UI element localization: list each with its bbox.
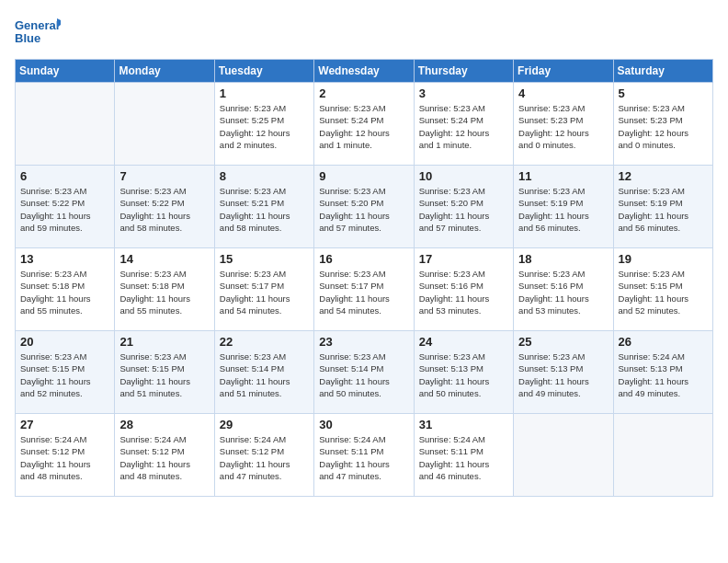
day-info: Sunrise: 5:24 AM Sunset: 5:12 PM Dayligh… xyxy=(20,433,109,482)
day-info: Sunrise: 5:24 AM Sunset: 5:12 PM Dayligh… xyxy=(220,433,309,482)
header-sunday: Sunday xyxy=(16,60,115,83)
header-thursday: Thursday xyxy=(414,60,513,83)
day-number: 15 xyxy=(220,252,309,266)
day-number: 4 xyxy=(518,86,608,100)
calendar-cell: 31Sunrise: 5:24 AM Sunset: 5:11 PM Dayli… xyxy=(414,414,513,497)
calendar-cell: 8Sunrise: 5:23 AM Sunset: 5:21 PM Daylig… xyxy=(214,166,313,248)
calendar-cell: 12Sunrise: 5:23 AM Sunset: 5:19 PM Dayli… xyxy=(613,166,712,248)
calendar-cell: 17Sunrise: 5:23 AM Sunset: 5:16 PM Dayli… xyxy=(414,248,513,331)
day-number: 28 xyxy=(119,418,209,431)
day-info: Sunrise: 5:23 AM Sunset: 5:18 PM Dayligh… xyxy=(20,268,109,316)
day-info: Sunrise: 5:23 AM Sunset: 5:25 PM Dayligh… xyxy=(220,102,309,151)
day-number: 1 xyxy=(220,86,309,100)
page-header: General Blue xyxy=(15,15,713,48)
calendar-cell: 27Sunrise: 5:24 AM Sunset: 5:12 PM Dayli… xyxy=(16,414,115,497)
calendar-week-2: 6Sunrise: 5:23 AM Sunset: 5:22 PM Daylig… xyxy=(16,166,713,248)
day-info: Sunrise: 5:23 AM Sunset: 5:16 PM Dayligh… xyxy=(518,268,608,316)
day-info: Sunrise: 5:23 AM Sunset: 5:19 PM Dayligh… xyxy=(619,185,708,234)
day-info: Sunrise: 5:23 AM Sunset: 5:17 PM Dayligh… xyxy=(220,268,309,316)
calendar-cell: 18Sunrise: 5:23 AM Sunset: 5:16 PM Dayli… xyxy=(514,248,613,331)
calendar-cell xyxy=(115,83,214,166)
calendar-table: SundayMondayTuesdayWednesdayThursdayFrid… xyxy=(15,59,713,497)
calendar-cell: 7Sunrise: 5:23 AM Sunset: 5:22 PM Daylig… xyxy=(115,166,214,248)
calendar-cell: 11Sunrise: 5:23 AM Sunset: 5:19 PM Dayli… xyxy=(514,166,613,248)
day-number: 5 xyxy=(619,86,708,100)
calendar-cell: 26Sunrise: 5:24 AM Sunset: 5:13 PM Dayli… xyxy=(613,331,712,414)
day-info: Sunrise: 5:24 AM Sunset: 5:11 PM Dayligh… xyxy=(319,433,408,482)
day-number: 23 xyxy=(319,335,408,349)
calendar-cell: 14Sunrise: 5:23 AM Sunset: 5:18 PM Dayli… xyxy=(115,248,214,331)
day-info: Sunrise: 5:23 AM Sunset: 5:23 PM Dayligh… xyxy=(518,102,608,151)
calendar-cell: 23Sunrise: 5:23 AM Sunset: 5:14 PM Dayli… xyxy=(314,331,414,414)
day-number: 10 xyxy=(419,169,508,183)
day-info: Sunrise: 5:23 AM Sunset: 5:14 PM Dayligh… xyxy=(319,350,408,399)
calendar-week-3: 13Sunrise: 5:23 AM Sunset: 5:18 PM Dayli… xyxy=(16,248,713,331)
day-number: 27 xyxy=(20,418,109,431)
calendar-cell: 4Sunrise: 5:23 AM Sunset: 5:23 PM Daylig… xyxy=(514,83,613,166)
calendar-cell: 5Sunrise: 5:23 AM Sunset: 5:23 PM Daylig… xyxy=(613,83,712,166)
day-number: 7 xyxy=(119,169,209,183)
day-info: Sunrise: 5:24 AM Sunset: 5:11 PM Dayligh… xyxy=(419,433,508,482)
calendar-cell: 21Sunrise: 5:23 AM Sunset: 5:15 PM Dayli… xyxy=(115,331,214,414)
svg-marker-2 xyxy=(57,18,61,28)
calendar-cell: 10Sunrise: 5:23 AM Sunset: 5:20 PM Dayli… xyxy=(414,166,513,248)
day-info: Sunrise: 5:23 AM Sunset: 5:15 PM Dayligh… xyxy=(619,268,708,316)
calendar-cell: 13Sunrise: 5:23 AM Sunset: 5:18 PM Dayli… xyxy=(16,248,115,331)
day-info: Sunrise: 5:23 AM Sunset: 5:24 PM Dayligh… xyxy=(419,102,508,151)
calendar-cell xyxy=(16,83,115,166)
logo-svg: General Blue xyxy=(15,15,61,48)
calendar-week-4: 20Sunrise: 5:23 AM Sunset: 5:15 PM Dayli… xyxy=(16,331,713,414)
day-number: 6 xyxy=(20,169,109,183)
calendar-cell: 16Sunrise: 5:23 AM Sunset: 5:17 PM Dayli… xyxy=(314,248,414,331)
day-number: 31 xyxy=(419,418,508,431)
day-info: Sunrise: 5:23 AM Sunset: 5:15 PM Dayligh… xyxy=(119,350,209,399)
calendar-cell: 30Sunrise: 5:24 AM Sunset: 5:11 PM Dayli… xyxy=(314,414,414,497)
calendar-week-1: 1Sunrise: 5:23 AM Sunset: 5:25 PM Daylig… xyxy=(16,83,713,166)
header-wednesday: Wednesday xyxy=(314,60,414,83)
calendar-cell: 19Sunrise: 5:23 AM Sunset: 5:15 PM Dayli… xyxy=(613,248,712,331)
header-friday: Friday xyxy=(514,60,613,83)
day-number: 25 xyxy=(518,335,608,349)
calendar-cell: 6Sunrise: 5:23 AM Sunset: 5:22 PM Daylig… xyxy=(16,166,115,248)
day-number: 16 xyxy=(319,252,408,266)
day-info: Sunrise: 5:24 AM Sunset: 5:12 PM Dayligh… xyxy=(119,433,209,482)
day-info: Sunrise: 5:23 AM Sunset: 5:22 PM Dayligh… xyxy=(119,185,209,234)
calendar-header-row: SundayMondayTuesdayWednesdayThursdayFrid… xyxy=(16,60,713,83)
day-number: 8 xyxy=(220,169,309,183)
day-number: 9 xyxy=(319,169,408,183)
day-info: Sunrise: 5:23 AM Sunset: 5:19 PM Dayligh… xyxy=(518,185,608,234)
day-info: Sunrise: 5:23 AM Sunset: 5:17 PM Dayligh… xyxy=(319,268,408,316)
day-info: Sunrise: 5:23 AM Sunset: 5:15 PM Dayligh… xyxy=(20,350,109,399)
header-tuesday: Tuesday xyxy=(214,60,313,83)
day-info: Sunrise: 5:23 AM Sunset: 5:21 PM Dayligh… xyxy=(220,185,309,234)
day-number: 3 xyxy=(419,86,508,100)
day-number: 19 xyxy=(619,252,708,266)
day-info: Sunrise: 5:23 AM Sunset: 5:13 PM Dayligh… xyxy=(518,350,608,399)
day-number: 20 xyxy=(20,335,109,349)
day-info: Sunrise: 5:23 AM Sunset: 5:13 PM Dayligh… xyxy=(419,350,508,399)
calendar-cell: 24Sunrise: 5:23 AM Sunset: 5:13 PM Dayli… xyxy=(414,331,513,414)
day-number: 29 xyxy=(220,418,309,431)
day-info: Sunrise: 5:23 AM Sunset: 5:20 PM Dayligh… xyxy=(419,185,508,234)
calendar-cell: 1Sunrise: 5:23 AM Sunset: 5:25 PM Daylig… xyxy=(214,83,313,166)
calendar-cell: 25Sunrise: 5:23 AM Sunset: 5:13 PM Dayli… xyxy=(514,331,613,414)
svg-text:Blue: Blue xyxy=(15,31,40,45)
calendar-cell: 15Sunrise: 5:23 AM Sunset: 5:17 PM Dayli… xyxy=(214,248,313,331)
day-number: 18 xyxy=(518,252,608,266)
calendar-cell xyxy=(514,414,613,497)
calendar-cell: 3Sunrise: 5:23 AM Sunset: 5:24 PM Daylig… xyxy=(414,83,513,166)
svg-text:General: General xyxy=(15,18,59,32)
day-number: 14 xyxy=(119,252,209,266)
header-monday: Monday xyxy=(115,60,214,83)
calendar-cell: 29Sunrise: 5:24 AM Sunset: 5:12 PM Dayli… xyxy=(214,414,313,497)
day-info: Sunrise: 5:24 AM Sunset: 5:13 PM Dayligh… xyxy=(619,350,708,399)
calendar-cell: 20Sunrise: 5:23 AM Sunset: 5:15 PM Dayli… xyxy=(16,331,115,414)
day-number: 13 xyxy=(20,252,109,266)
day-info: Sunrise: 5:23 AM Sunset: 5:14 PM Dayligh… xyxy=(220,350,309,399)
day-number: 26 xyxy=(619,335,708,349)
day-info: Sunrise: 5:23 AM Sunset: 5:18 PM Dayligh… xyxy=(119,268,209,316)
day-info: Sunrise: 5:23 AM Sunset: 5:20 PM Dayligh… xyxy=(319,185,408,234)
day-number: 21 xyxy=(119,335,209,349)
day-number: 22 xyxy=(220,335,309,349)
calendar-cell: 22Sunrise: 5:23 AM Sunset: 5:14 PM Dayli… xyxy=(214,331,313,414)
